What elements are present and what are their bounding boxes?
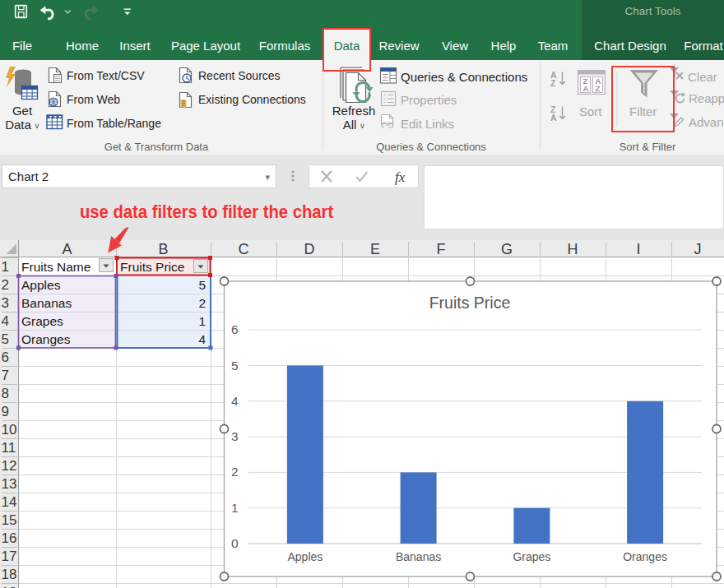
- svg-text:D: D: [304, 241, 315, 257]
- svg-text:18: 18: [2, 567, 17, 582]
- svg-text:3: 3: [231, 429, 239, 443]
- svg-text:Z: Z: [596, 84, 601, 93]
- svg-text:E: E: [370, 241, 380, 257]
- svg-text:14: 14: [2, 494, 17, 510]
- svg-text:B: B: [158, 241, 168, 257]
- svg-text:2: 2: [231, 465, 239, 479]
- svg-text:H: H: [568, 241, 578, 257]
- svg-text:1: 1: [198, 314, 206, 328]
- svg-text:5: 5: [231, 359, 239, 373]
- svg-text:C: C: [239, 241, 249, 257]
- svg-text:Grapes: Grapes: [21, 314, 63, 328]
- svg-text:J: J: [694, 241, 702, 257]
- svg-text:4: 4: [231, 394, 239, 408]
- svg-text:A: A: [583, 84, 589, 93]
- svg-text:Fruits Price: Fruits Price: [120, 260, 184, 274]
- svg-text:5: 5: [198, 278, 206, 292]
- svg-text:Apples: Apples: [21, 278, 61, 292]
- svg-text:12: 12: [2, 458, 17, 474]
- svg-text:Fruits Price: Fruits Price: [429, 294, 511, 312]
- svg-text:10: 10: [2, 422, 17, 438]
- svg-text:Oranges: Oranges: [21, 332, 71, 346]
- svg-text:0: 0: [231, 536, 239, 550]
- svg-text:F: F: [437, 241, 446, 257]
- svg-text:4: 4: [198, 332, 206, 346]
- svg-text:13: 13: [2, 476, 17, 492]
- svg-text:Grapes: Grapes: [513, 550, 550, 563]
- svg-text:A: A: [550, 113, 557, 123]
- svg-text:A: A: [62, 241, 72, 257]
- svg-text:Bananas: Bananas: [396, 550, 441, 563]
- svg-text:19: 19: [2, 585, 17, 588]
- svg-text:6: 6: [2, 350, 9, 365]
- svg-text:2: 2: [2, 277, 9, 293]
- svg-text:2: 2: [198, 296, 206, 310]
- svg-text:fx: fx: [395, 169, 406, 185]
- svg-text:5: 5: [2, 331, 9, 347]
- svg-text:16: 16: [2, 530, 17, 546]
- svg-text:G: G: [501, 241, 513, 257]
- svg-text:9: 9: [2, 404, 9, 419]
- svg-text:15: 15: [2, 512, 17, 528]
- svg-text:Apples: Apples: [287, 550, 323, 563]
- svg-text:4: 4: [2, 313, 9, 329]
- svg-text:3: 3: [2, 295, 9, 311]
- svg-text:Oranges: Oranges: [623, 550, 667, 563]
- svg-text:8: 8: [2, 386, 9, 401]
- svg-text:I: I: [636, 241, 640, 257]
- svg-text:11: 11: [2, 440, 16, 456]
- svg-text:7: 7: [2, 368, 9, 383]
- svg-text:Z: Z: [550, 78, 556, 88]
- svg-text:Fruits Name: Fruits Name: [21, 260, 90, 274]
- svg-text:1: 1: [2, 259, 9, 275]
- svg-text:1: 1: [231, 501, 239, 515]
- svg-text:6: 6: [231, 322, 239, 336]
- svg-text:17: 17: [2, 549, 17, 564]
- svg-text:Bananas: Bananas: [21, 296, 72, 310]
